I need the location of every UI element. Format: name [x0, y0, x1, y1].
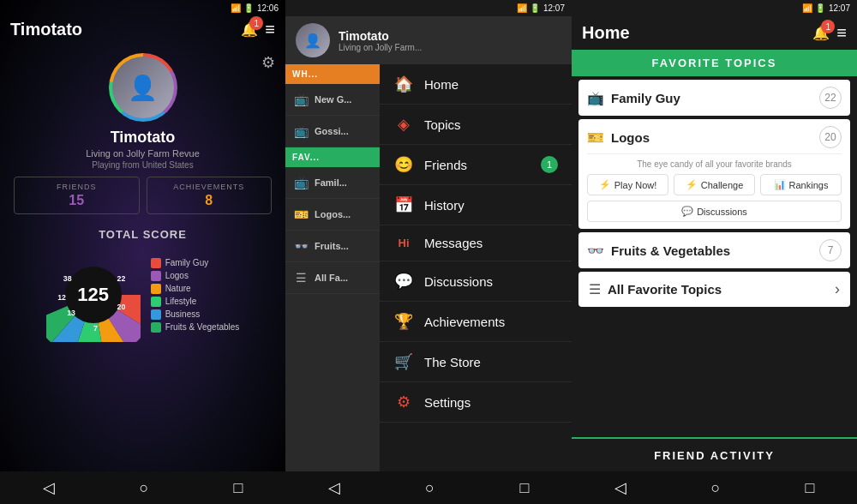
- rankings-btn[interactable]: 📊 Rankings: [760, 174, 842, 195]
- left-item-all[interactable]: ☰ All Fa...: [285, 262, 380, 294]
- back-button-p3[interactable]: ◁: [614, 478, 626, 497]
- discussions-btn[interactable]: 💬 Discussions: [587, 201, 842, 222]
- notification-button[interactable]: 🔔 1: [241, 21, 258, 38]
- legend-dot-3: [151, 297, 161, 307]
- achievements-icon: 🏆: [393, 312, 414, 331]
- left-item-gossip[interactable]: 📺 Gossi...: [285, 116, 380, 147]
- list-icon-all: ☰: [292, 271, 309, 285]
- tv-icon-family: 📺: [292, 176, 309, 189]
- menu-item-home[interactable]: 🏠 Home: [380, 64, 572, 105]
- notification-btn-p3[interactable]: 🔔 1: [812, 25, 830, 41]
- pie-label-6: 12: [57, 293, 66, 302]
- all-topics-card[interactable]: ☰ All Favorite Topics ›: [578, 272, 850, 307]
- legend: Family Guy Logos Nature Lifestyle Busine…: [151, 258, 240, 333]
- legend-dot-5: [151, 322, 161, 333]
- topic-count-familyguy: 22: [819, 87, 842, 109]
- legend-dot-2: [151, 284, 161, 294]
- status-bar-p3: 📶 🔋 12:07: [572, 0, 857, 16]
- play-now-btn[interactable]: ⚡ Play Now!: [587, 174, 668, 195]
- friends-stat[interactable]: FRIENDS 15: [14, 177, 140, 214]
- panel3-header: Home 🔔 1 ≡: [572, 16, 857, 50]
- home-button-p3[interactable]: ○: [711, 479, 721, 497]
- topic-count-logos: 20: [819, 126, 842, 148]
- mini-subtitle: Living on Jolly Farm...: [339, 43, 422, 52]
- tv-icon-gossip: 📺: [292, 124, 309, 138]
- menu-item-store[interactable]: 🛒 The Store: [380, 342, 572, 382]
- menu-label-settings: Settings: [424, 395, 558, 410]
- left-item-family[interactable]: 📺 Famil...: [285, 167, 380, 199]
- status-icons-p1: 📶 🔋: [231, 3, 254, 13]
- store-icon: 🛒: [393, 352, 414, 371]
- menu-label-store: The Store: [424, 355, 558, 369]
- score-chart-area: 38 22 20 7 13 12 125 Family Guy Logos Na…: [0, 244, 285, 345]
- pie-label-4: 7: [93, 324, 98, 333]
- pie-label-3: 20: [117, 303, 125, 311]
- pie-label-5: 13: [67, 309, 75, 317]
- left-text-new: New G...: [315, 94, 351, 105]
- menu-label-discussions: Discussions: [424, 274, 558, 289]
- play-now-label: Play Now!: [614, 180, 657, 190]
- legend-dot-0: [151, 258, 161, 268]
- legend-label-0: Family Guy: [165, 258, 209, 267]
- back-button-p2[interactable]: ◁: [328, 478, 340, 497]
- menu-item-history[interactable]: 📅 History: [380, 185, 572, 225]
- logos-tagline: The eye candy of all your favorite brand…: [587, 159, 842, 169]
- legend-label-3: Lifestyle: [165, 297, 197, 306]
- menu-label-topics: Topics: [424, 117, 558, 132]
- user-subtitle: Living on Jolly Farm Revue: [86, 148, 200, 159]
- left-item-fruits[interactable]: 👓 Fruits...: [285, 231, 380, 262]
- home-icon: 🏠: [393, 75, 414, 93]
- history-icon: 📅: [393, 195, 414, 214]
- topics-list: 📺 Family Guy 22 🎫 Logos 20 The eye candy…: [572, 76, 857, 437]
- pie-center-value: 125: [77, 284, 109, 306]
- app-title: Timotato: [10, 20, 82, 39]
- right-menu: 🏠 Home ◈ Topics 😊 Friends 1 📅 History: [380, 64, 572, 504]
- messages-icon: Hi: [393, 237, 414, 249]
- panel2-content: 📶 🔋 12:07 👤 Timotato Living on Jolly Far…: [285, 0, 572, 504]
- rankings-label: Rankings: [789, 180, 829, 190]
- discussions-label: Discussions: [697, 207, 747, 217]
- topics-icon: ◈: [393, 115, 414, 134]
- menu-item-messages[interactable]: Hi Messages: [380, 225, 572, 261]
- left-text-logos: Logos...: [315, 209, 351, 219]
- legend-item-3: Lifestyle: [151, 297, 240, 307]
- home-button-p2[interactable]: ○: [425, 479, 434, 497]
- legend-label-2: Nature: [165, 284, 191, 293]
- friend-activity-label: FRIEND ACTIVITY: [654, 449, 775, 462]
- menu-item-achievements[interactable]: 🏆 Achievements: [380, 302, 572, 342]
- left-item-logos[interactable]: 🎫 Logos...: [285, 199, 380, 231]
- left-fav-header: FAV...: [285, 147, 380, 167]
- status-bar-p1: 📶 🔋 12:06: [0, 0, 285, 16]
- topic-card-fruits[interactable]: 👓 Fruits & Vegetables 7: [578, 232, 850, 268]
- recent-button-p1[interactable]: □: [234, 479, 243, 497]
- fav-topics-title: FAVORITE TOPICS: [582, 57, 847, 69]
- time-p3: 12:07: [829, 3, 850, 13]
- achievements-stat[interactable]: ACHIEVEMENTS 8: [147, 177, 273, 214]
- menu-item-topics[interactable]: ◈ Topics: [380, 105, 572, 145]
- menu-btn-p3[interactable]: ≡: [836, 23, 847, 43]
- menu-button[interactable]: ≡: [265, 20, 275, 39]
- left-text-family: Famil...: [315, 177, 347, 188]
- challenge-btn[interactable]: ⚡ Challenge: [674, 174, 755, 195]
- menu-item-friends[interactable]: 😊 Friends 1: [380, 145, 572, 185]
- settings-menu-icon: ⚙: [393, 393, 414, 411]
- legend-dot-1: [151, 271, 161, 281]
- left-text-all: All Fa...: [315, 273, 348, 283]
- left-item-new[interactable]: 📺 New G...: [285, 84, 380, 116]
- legend-item-1: Logos: [151, 271, 240, 281]
- avatar-ring: 👤: [109, 53, 177, 122]
- topic-card-familyguy[interactable]: 📺 Family Guy 22: [578, 80, 850, 116]
- recent-button-p3[interactable]: □: [806, 479, 815, 497]
- mini-username: Timotato: [339, 29, 422, 43]
- profile-section: ⚙ 👤 Timotato Living on Jolly Farm Revue …: [0, 46, 285, 170]
- settings-icon[interactable]: ⚙: [261, 53, 275, 72]
- back-button-p1[interactable]: ◁: [43, 478, 55, 497]
- menu-item-discussions[interactable]: 💬 Discussions: [380, 261, 572, 302]
- fav-topics-header: FAVORITE TOPICS: [572, 50, 857, 76]
- recent-button-p2[interactable]: □: [519, 479, 529, 497]
- menu-item-settings[interactable]: ⚙ Settings: [380, 382, 572, 423]
- home-button-p1[interactable]: ○: [140, 479, 149, 497]
- mini-avatar: 👤: [296, 23, 330, 57]
- topic-card-logos[interactable]: 🎫 Logos 20 The eye candy of all your fav…: [578, 119, 850, 229]
- menu-label-friends: Friends: [424, 158, 530, 172]
